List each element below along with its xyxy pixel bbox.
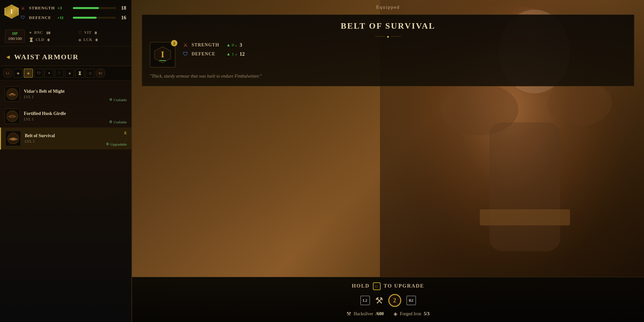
lck-icon: ◈ xyxy=(78,37,81,43)
forged-iron-label: Forged Iron xyxy=(400,311,421,317)
item-name-vidars-belt: Vidar's Belt of Might xyxy=(24,89,127,94)
cld-icon: ⏳ xyxy=(29,37,34,43)
item-fortified-husk[interactable]: Fortified Husk Girdle LVL 1 ⚙ Craftable xyxy=(0,105,131,128)
strength-value: 18 xyxy=(121,5,126,11)
defence-stat-row: 🛡 DEFENCE +11 16 xyxy=(19,14,126,21)
hold-button-icon[interactable]: □ xyxy=(373,282,381,290)
upgrade-l2-btn[interactable]: L2 xyxy=(360,296,370,305)
upgrade-r2-btn[interactable]: R2 xyxy=(406,296,416,305)
item-vidars-belt[interactable]: Vidar's Belt of Might LVL 1 ⚙ Craftable xyxy=(0,83,131,105)
rnc-stat: ✦ RNC 10 xyxy=(29,30,77,35)
vit-icon: ♡ xyxy=(78,30,82,35)
filter-hourglass[interactable]: ⏳ xyxy=(75,69,84,78)
upgradable-icon: ⚙ xyxy=(106,142,109,146)
filter-cube[interactable]: ◈ xyxy=(65,69,74,78)
detail-defence-icon: 🛡 xyxy=(182,51,189,57)
vit-value: 0 xyxy=(95,30,97,35)
filter-empty-diamond[interactable]: ◇ xyxy=(86,69,95,78)
strength-change-prefix: ▲ xyxy=(226,43,231,48)
forged-iron-amount: 5/3 xyxy=(424,311,430,317)
defence-bar-fill xyxy=(73,17,97,19)
hacksilver-resource: ⚒ Hacksilver /600 xyxy=(346,311,384,317)
strength-label: STRENGTH xyxy=(29,5,55,11)
detail-strength-icon: ⚔ xyxy=(182,42,189,48)
defence-change-prefix: ▲ xyxy=(226,52,231,57)
rnc-icon: ✦ xyxy=(29,30,32,35)
detail-description: "Thick, sturdy armour that was built to … xyxy=(150,73,626,80)
item-status-belt-survival: ⚙ Upgradable xyxy=(106,142,127,146)
detail-item-name: BELT OF SURVIVAL xyxy=(150,21,626,31)
detail-defence-row: 🛡 DEFENCE ▲ 1 » 12 xyxy=(182,51,626,57)
detail-level-badge: 2 xyxy=(171,40,177,46)
craftable-icon-1: ⚙ xyxy=(109,98,112,102)
filter-heart[interactable]: ♡ xyxy=(55,69,64,78)
rnc-value: 10 xyxy=(46,30,50,35)
strength-stat-row: ⚔ STRENGTH +3 18 xyxy=(19,5,126,12)
detail-strength-value: 3 xyxy=(240,42,242,48)
strength-icon: ⚔ xyxy=(19,5,26,12)
detail-card: BELT OF SURVIVAL I 2 xyxy=(142,14,634,86)
item-belt-of-survival[interactable]: Belt of Survival LVL 1 E ⚙ Upgradable xyxy=(0,128,131,150)
cld-label: CLD xyxy=(36,37,44,42)
svg-rect-3 xyxy=(11,116,14,118)
hold-text-prefix: HOLD xyxy=(352,283,370,289)
filter-active[interactable]: ◈ xyxy=(24,69,33,78)
detail-strength-label: STRENGTH xyxy=(192,43,224,48)
strength-bonus: +3 xyxy=(57,5,68,11)
left-panel: I ⚔ STRENGTH +3 18 🛡 DEFENCE +11 16 HP xyxy=(0,0,132,322)
detail-strength-change: ▲ 0 » xyxy=(226,43,237,48)
secondary-stats: ✦ RNC 10 ♡ VIT 0 ⏳ CLD 0 ◈ LCK 0 xyxy=(29,30,126,43)
item-name-belt-survival: Belt of Survival xyxy=(25,133,127,138)
filter-r1[interactable]: R1 xyxy=(96,69,105,78)
filter-shield[interactable]: 🛡 xyxy=(34,69,43,78)
bottom-bar: HOLD □ TO UPGRADE L2 ⚒ 2 R2 ⚒ Hacksilver… xyxy=(132,277,644,322)
section-title: WAIST ARMOUR xyxy=(14,53,79,61)
hold-text-suffix: TO UPGRADE xyxy=(384,283,424,289)
section-heading[interactable]: ◄ WAIST ARMOUR xyxy=(0,46,131,66)
belt-survival-icon-svg: I xyxy=(153,45,172,64)
upgrade-anvil-icon: ⚒ xyxy=(375,295,383,306)
cld-stat: ⏳ CLD 0 xyxy=(29,37,77,43)
filter-cross[interactable]: ✦ xyxy=(44,69,53,78)
detail-divider xyxy=(375,36,401,37)
strength-arrow: » xyxy=(235,43,237,47)
cld-value: 0 xyxy=(47,37,50,43)
item-icon-vidars-belt xyxy=(5,86,20,102)
lck-stat: ◈ LCK 0 xyxy=(78,37,126,43)
upgrade-level-badge: 2 xyxy=(388,294,401,307)
hp-section: HP 100/100 ✦ RNC 10 ♡ VIT 0 ⏳ CLD 0 ◈ xyxy=(0,26,131,46)
hacksilver-amount: /600 xyxy=(376,311,384,317)
detail-strength-row: ⚔ STRENGTH ▲ 0 » 3 xyxy=(182,42,626,48)
hp-label: HP xyxy=(12,31,18,36)
defence-bonus: +11 xyxy=(57,15,68,20)
upgrade-options: L2 ⚒ 2 R2 xyxy=(142,294,634,307)
item-list: Vidar's Belt of Might LVL 1 ⚙ Craftable … xyxy=(0,80,131,322)
stats-header: ⚔ STRENGTH +3 18 🛡 DEFENCE +11 16 xyxy=(0,0,131,26)
defence-value: 16 xyxy=(121,15,126,21)
defence-arrow: » xyxy=(235,52,237,56)
filter-diamond[interactable]: ◆ xyxy=(14,69,23,78)
defence-label: DEFENCE xyxy=(29,15,55,20)
rnc-label: RNC xyxy=(34,30,43,35)
section-prev-arrow[interactable]: ◄ xyxy=(5,54,11,61)
right-panel: Equipped BELT OF SURVIVAL I 2 xyxy=(132,0,644,322)
hp-values: 100/100 xyxy=(8,36,22,41)
filter-l1[interactable]: L1 xyxy=(3,69,12,78)
vit-stat: ♡ VIT 0 xyxy=(78,30,126,35)
detail-defence-change: ▲ 1 » xyxy=(226,52,237,57)
item-icon-fortified-husk xyxy=(5,109,20,124)
detail-overlay: Equipped BELT OF SURVIVAL I 2 xyxy=(132,0,644,322)
forged-iron-resource: ◈ Forged Iron 5/3 xyxy=(393,311,430,317)
defence-bar xyxy=(73,17,116,19)
defence-change-from: 1 xyxy=(232,52,234,57)
hacksilver-icon: ⚒ xyxy=(346,311,351,317)
resources: ⚒ Hacksilver /600 ◈ Forged Iron 5/3 xyxy=(142,311,634,317)
player-level-value: I xyxy=(10,8,13,15)
hp-block: HP 100/100 xyxy=(5,30,25,43)
item-name-fortified-husk: Fortified Husk Girdle xyxy=(24,111,127,116)
filter-tabs: L1 ◆ ◈ 🛡 ✦ ♡ ◈ ⏳ ◇ R1 xyxy=(0,66,131,80)
strength-bar-fill xyxy=(73,7,99,9)
lck-value: 0 xyxy=(96,37,98,43)
hold-prompt: HOLD □ TO UPGRADE xyxy=(142,282,634,290)
lck-label: LCK xyxy=(83,37,92,42)
